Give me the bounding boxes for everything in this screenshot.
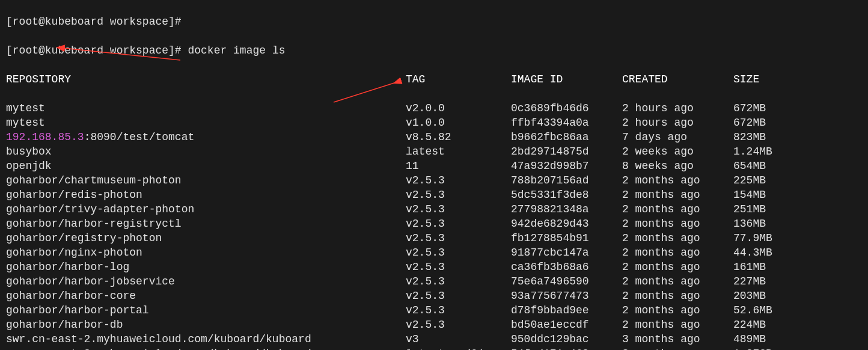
tag-cell: v8.5.82 [406, 130, 511, 144]
created-cell: 2 months ago [622, 274, 733, 289]
table-row: openjdk1147a932d998b78 weeks ago654MB [6, 159, 862, 173]
id-cell: ffbf43394a0a [511, 115, 622, 130]
tag-cell: v2.5.3 [406, 188, 511, 202]
tag-cell: latest-amd64 [406, 346, 511, 350]
table-header: REPOSITORYTAGIMAGE IDCREATEDSIZE [6, 72, 862, 87]
created-cell: 2 hours ago [622, 115, 733, 130]
repo-cell: goharbor/harbor-core [6, 289, 406, 303]
created-cell: 2 weeks ago [622, 144, 733, 159]
created-cell: 2 months ago [622, 318, 733, 332]
size-cell: 672MB [733, 115, 793, 130]
tag-cell: v1.0.0 [406, 115, 511, 130]
size-cell: 1.24MB [733, 144, 793, 159]
size-cell: 227MB [733, 274, 793, 289]
tag-cell: v2.5.3 [406, 173, 511, 188]
tag-cell: 11 [406, 159, 511, 173]
size-cell: 654MB [733, 159, 793, 173]
created-cell: 2 months ago [622, 188, 733, 202]
table-row: goharbor/chartmuseum-photonv2.5.3788b207… [6, 173, 862, 188]
repo-cell: goharbor/harbor-registryctl [6, 216, 406, 231]
prompt-line-cmd: [root@kubeboard workspace]# docker image… [6, 43, 862, 58]
repo-cell: 192.168.85.3:8090/test/tomcat [6, 130, 406, 144]
tag-cell: latest [406, 144, 511, 159]
repo-cell: mytest [6, 101, 406, 115]
tag-cell: v2.5.3 [406, 274, 511, 289]
table-row: goharbor/harbor-logv2.5.3ca36fb3b68a62 m… [6, 260, 862, 274]
repo-cell: goharbor/harbor-log [6, 260, 406, 274]
id-cell: b9662fbc86aa [511, 130, 622, 144]
tag-cell: v2.5.3 [406, 216, 511, 231]
size-cell: 823MB [733, 130, 793, 144]
created-cell: 2 months ago [622, 245, 733, 260]
size-cell: 52.6MB [733, 303, 793, 318]
size-cell: 161MB [733, 260, 793, 274]
table-row: busyboxlatest2bd29714875d2 weeks ago1.24… [6, 144, 862, 159]
id-cell: 75e6a7496590 [511, 274, 622, 289]
created-cell: 2 months ago [622, 216, 733, 231]
table-row: goharbor/harbor-registryctlv2.5.3942de68… [6, 216, 862, 231]
repo-cell: goharbor/nginx-photon [6, 245, 406, 260]
table-row: goharbor/nginx-photonv2.5.391877cbc147a2… [6, 245, 862, 260]
id-cell: 942de6829d43 [511, 216, 622, 231]
table-row: goharbor/trivy-adapter-photonv2.5.327798… [6, 202, 862, 216]
created-cell: 2 hours ago [622, 101, 733, 115]
repo-cell: goharbor/harbor-portal [6, 303, 406, 318]
created-cell: 3 months ago [622, 332, 733, 346]
size-cell: 225MB [733, 173, 793, 188]
id-cell: 788b207156ad [511, 173, 622, 188]
repo-cell: goharbor/redis-photon [6, 188, 406, 202]
prompt-text: [root@kubeboard workspace]# [6, 14, 182, 29]
tag-cell: v2.5.3 [406, 303, 511, 318]
created-cell: 2 months ago [622, 303, 733, 318]
table-row: goharbor/harbor-corev2.5.393a7756774732 … [6, 289, 862, 303]
repo-cell: goharbor/harbor-jobservice [6, 274, 406, 289]
table-row: goharbor/harbor-dbv2.5.3bd50ae1eccdf2 mo… [6, 318, 862, 332]
table-row: goharbor/registry-photonv2.5.3fb1278854b… [6, 231, 862, 245]
repo-cell: swr.cn-east-2.myhuaweicloud.com/kuboard/… [6, 346, 406, 350]
prompt-line-prev: [root@kubeboard workspace]# [6, 14, 862, 29]
size-cell: 44.3MB [733, 245, 793, 260]
command-text: docker image ls [188, 43, 285, 58]
created-cell: 2 months ago [622, 231, 733, 245]
terminal-output[interactable]: [root@kubeboard workspace]# [root@kubebo… [0, 0, 868, 350]
repo-cell: mytest [6, 115, 406, 130]
id-cell: bd50ae1eccdf [511, 318, 622, 332]
table-row: mytestv2.0.00c3689fb46d62 hours ago672MB [6, 101, 862, 115]
col-tag-header: TAG [406, 72, 511, 87]
tag-cell: v2.5.3 [406, 260, 511, 274]
col-created-header: CREATED [622, 72, 733, 87]
repo-rest: :8090/test/tomcat [84, 130, 195, 144]
created-cell: 3 months ago [622, 346, 733, 350]
col-repo-header: REPOSITORY [6, 72, 406, 87]
tag-cell: v2.5.3 [406, 245, 511, 260]
id-cell: 54fad171a468 [511, 346, 622, 350]
id-cell: ca36fb3b68a6 [511, 260, 622, 274]
id-cell: 950ddc129bac [511, 332, 622, 346]
tag-cell: v2.5.3 [406, 289, 511, 303]
tag-cell: v3 [406, 332, 511, 346]
table-row: swr.cn-east-2.myhuaweicloud.com/kuboard/… [6, 332, 862, 346]
created-cell: 2 months ago [622, 289, 733, 303]
col-size-header: SIZE [733, 72, 793, 87]
table-row: goharbor/harbor-portalv2.5.3d78f9bbad9ee… [6, 303, 862, 318]
repo-cell: goharbor/registry-photon [6, 231, 406, 245]
repo-cell: goharbor/chartmuseum-photon [6, 173, 406, 188]
size-cell: 77.9MB [733, 231, 793, 245]
id-cell: 0c3689fb46d6 [511, 101, 622, 115]
created-cell: 8 weeks ago [622, 159, 733, 173]
repo-ip: 192.168.85.3 [6, 130, 84, 144]
id-cell: 93a775677473 [511, 289, 622, 303]
tag-cell: v2.5.3 [406, 231, 511, 245]
size-cell: 203MB [733, 289, 793, 303]
repo-cell: goharbor/trivy-adapter-photon [6, 202, 406, 216]
repo-cell: openjdk [6, 159, 406, 173]
table-row: goharbor/harbor-jobservicev2.5.375e6a749… [6, 274, 862, 289]
table-row: swr.cn-east-2.myhuaweicloud.com/kuboard/… [6, 346, 862, 350]
table-row: mytestv1.0.0ffbf43394a0a2 hours ago672MB [6, 115, 862, 130]
prompt-text: [root@kubeboard workspace]# [6, 43, 188, 58]
tag-cell: v2.0.0 [406, 101, 511, 115]
size-cell: 224MB [733, 318, 793, 332]
size-cell: 1.07GB [733, 346, 793, 350]
size-cell: 672MB [733, 101, 793, 115]
col-id-header: IMAGE ID [511, 72, 622, 87]
